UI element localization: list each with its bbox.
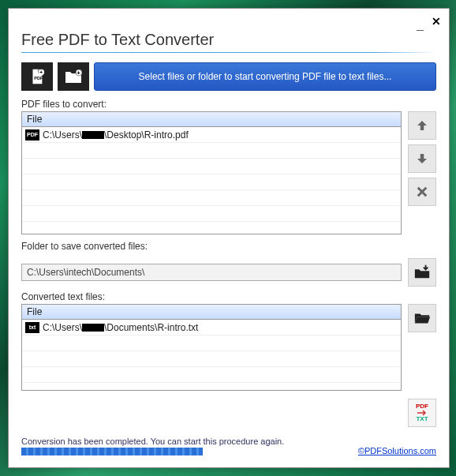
folder-plus-icon: + (64, 69, 83, 84)
pdf-file-icon: PDF+ (28, 68, 46, 85)
browse-folder-button[interactable] (408, 258, 436, 287)
progress-fill (21, 448, 203, 455)
pdf-list-body: PDF C:\Users\\Desktop\R-intro.pdf (22, 127, 401, 222)
move-up-button[interactable] (408, 111, 436, 140)
convert-button[interactable]: PDF TXT (408, 399, 436, 427)
close-button[interactable]: ✕ (432, 15, 441, 29)
txt-row-path: C:\Users\\Documents\R-intro.txt (43, 322, 198, 333)
pdf-row-path: C:\Users\\Desktop\R-intro.pdf (43, 129, 189, 141)
txt-row-icon: txt (25, 322, 39, 333)
svg-text:+: + (39, 69, 43, 75)
pdf-list-section: File PDF C:\Users\\Desktop\R-intro.pdf (21, 111, 436, 234)
svg-text:PDF: PDF (34, 76, 43, 81)
arrow-up-icon (415, 118, 429, 133)
pdf-side-buttons (408, 111, 436, 206)
output-folder-label: Folder to save converted files: (21, 241, 436, 252)
folder-open-icon (413, 311, 431, 325)
pdf-row-icon: PDF (25, 129, 39, 141)
redacted-text (82, 131, 104, 139)
txt-list-body: txt C:\Users\\Documents\R-intro.txt (22, 320, 401, 383)
status-text: Conversion has been completed. You can s… (21, 437, 284, 446)
txt-list-box[interactable]: File txt C:\Users\\Documents\R-intro.txt (21, 304, 402, 391)
txt-side-buttons (408, 304, 436, 332)
output-folder-input[interactable] (21, 264, 402, 281)
svg-text:+: + (77, 70, 80, 76)
footer-link[interactable]: ©PDFSolutions.com (358, 446, 436, 455)
move-down-button[interactable] (408, 144, 436, 173)
x-icon (415, 185, 429, 199)
pdf-list-header: File (22, 112, 401, 127)
txt-list-section: File txt C:\Users\\Documents\R-intro.txt (21, 304, 436, 391)
txt-list-label: Converted text files: (21, 291, 436, 302)
add-folder-button[interactable]: + (58, 62, 89, 91)
title-divider (21, 52, 436, 53)
open-folder-button[interactable] (408, 304, 436, 332)
txt-list-row[interactable]: txt C:\Users\\Documents\R-intro.txt (22, 320, 401, 335)
toolbar: PDF+ + Select files or folder to start c… (21, 62, 436, 91)
app-window: _ ✕ Free PDF to Text Converter PDF+ + Se… (8, 8, 450, 468)
pdf-list-label: PDF files to convert: (21, 99, 436, 110)
arrow-down-icon (415, 152, 429, 166)
app-title: Free PDF to Text Converter (21, 31, 436, 49)
convert-txt-label: TXT (416, 416, 428, 422)
minimize-button[interactable]: _ (417, 18, 424, 32)
redacted-text (82, 324, 104, 332)
window-controls: _ ✕ (417, 15, 441, 29)
select-files-button[interactable]: Select files or folder to start converti… (94, 62, 436, 91)
folder-arrow-icon (413, 264, 431, 280)
progress-bar (21, 448, 203, 455)
convert-pdf-label: PDF (416, 403, 428, 410)
txt-list-header: File (22, 305, 401, 320)
remove-button[interactable] (408, 178, 436, 206)
pdf-list-box[interactable]: File PDF C:\Users\\Desktop\R-intro.pdf (21, 111, 402, 234)
add-pdf-file-button[interactable]: PDF+ (21, 62, 53, 91)
status-section: Conversion has been completed. You can s… (21, 433, 436, 455)
convert-row: PDF TXT (21, 399, 436, 427)
output-folder-row (21, 258, 436, 287)
pdf-list-row[interactable]: PDF C:\Users\\Desktop\R-intro.pdf (22, 127, 401, 143)
